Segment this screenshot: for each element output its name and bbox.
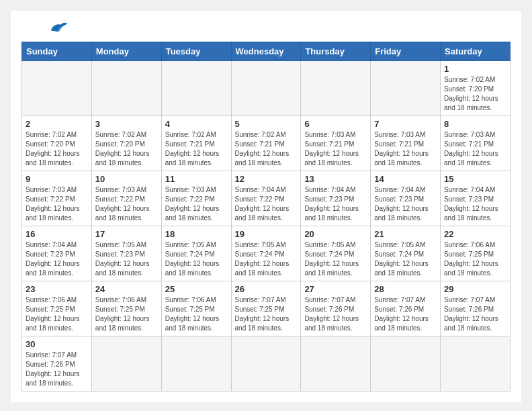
calendar-cell-22: 22Sunrise: 7:06 AMSunset: 7:25 PMDayligh… (441, 226, 511, 281)
day-number: 10 (95, 174, 158, 184)
calendar-cell-empty (441, 336, 511, 392)
day-number: 13 (304, 174, 367, 184)
day-info: Sunrise: 7:04 AMSunset: 7:23 PMDaylight:… (304, 185, 367, 223)
day-number: 20 (304, 229, 367, 239)
day-number: 5 (235, 119, 298, 129)
calendar-cell-18: 18Sunrise: 7:05 AMSunset: 7:24 PMDayligh… (161, 226, 231, 281)
day-info: Sunrise: 7:07 AMSunset: 7:26 PMDaylight:… (444, 295, 506, 333)
calendar-cell-empty (301, 336, 371, 392)
calendar-cell-empty (161, 61, 231, 116)
weekday-header-tuesday: Tuesday (161, 42, 231, 61)
logo-area (21, 21, 69, 35)
day-info: Sunrise: 7:05 AMSunset: 7:24 PMDaylight:… (165, 240, 228, 278)
calendar-cell-empty (371, 336, 441, 392)
day-number: 17 (95, 229, 158, 239)
calendar-cell-19: 19Sunrise: 7:05 AMSunset: 7:24 PMDayligh… (231, 226, 301, 281)
calendar-cell-25: 25Sunrise: 7:06 AMSunset: 7:25 PMDayligh… (161, 281, 231, 336)
calendar-cell-10: 10Sunrise: 7:03 AMSunset: 7:22 PMDayligh… (91, 171, 161, 226)
day-number: 14 (374, 174, 437, 184)
calendar-cell-empty (371, 61, 441, 116)
day-number: 30 (26, 339, 88, 349)
day-number: 21 (374, 229, 437, 239)
day-number: 15 (444, 174, 506, 184)
calendar-week-2: 2Sunrise: 7:02 AMSunset: 7:20 PMDaylight… (22, 116, 511, 171)
calendar-cell-15: 15Sunrise: 7:04 AMSunset: 7:23 PMDayligh… (441, 171, 511, 226)
day-info: Sunrise: 7:03 AMSunset: 7:22 PMDaylight:… (165, 185, 228, 223)
day-info: Sunrise: 7:04 AMSunset: 7:23 PMDaylight:… (26, 240, 88, 278)
calendar-cell-11: 11Sunrise: 7:03 AMSunset: 7:22 PMDayligh… (161, 171, 231, 226)
day-number: 25 (165, 284, 228, 294)
calendar-table: SundayMondayTuesdayWednesdayThursdayFrid… (21, 42, 511, 392)
calendar-cell-21: 21Sunrise: 7:05 AMSunset: 7:24 PMDayligh… (371, 226, 441, 281)
day-number: 24 (95, 284, 158, 294)
day-number: 29 (444, 284, 506, 294)
day-info: Sunrise: 7:04 AMSunset: 7:23 PMDaylight:… (374, 185, 437, 223)
calendar-cell-24: 24Sunrise: 7:06 AMSunset: 7:25 PMDayligh… (91, 281, 161, 336)
day-number: 23 (26, 284, 88, 294)
calendar-cell-12: 12Sunrise: 7:04 AMSunset: 7:22 PMDayligh… (231, 171, 301, 226)
calendar-week-4: 16Sunrise: 7:04 AMSunset: 7:23 PMDayligh… (22, 226, 511, 281)
day-number: 28 (374, 284, 437, 294)
calendar-cell-empty (161, 336, 231, 392)
calendar-cell-4: 4Sunrise: 7:02 AMSunset: 7:21 PMDaylight… (161, 116, 231, 171)
day-number: 12 (235, 174, 298, 184)
day-number: 3 (95, 119, 158, 129)
day-number: 6 (304, 119, 367, 129)
day-info: Sunrise: 7:03 AMSunset: 7:21 PMDaylight:… (374, 130, 437, 168)
calendar-cell-27: 27Sunrise: 7:07 AMSunset: 7:26 PMDayligh… (301, 281, 371, 336)
logo-bird-icon (48, 20, 69, 35)
calendar-cell-empty (231, 336, 301, 392)
day-info: Sunrise: 7:07 AMSunset: 7:26 PMDaylight:… (304, 295, 367, 333)
day-number: 16 (26, 229, 88, 239)
day-number: 8 (444, 119, 506, 129)
day-info: Sunrise: 7:06 AMSunset: 7:25 PMDaylight:… (444, 240, 506, 278)
calendar-week-6: 30Sunrise: 7:07 AMSunset: 7:26 PMDayligh… (22, 336, 511, 392)
day-info: Sunrise: 7:06 AMSunset: 7:25 PMDaylight:… (95, 295, 158, 333)
day-number: 11 (165, 174, 228, 184)
day-info: Sunrise: 7:06 AMSunset: 7:25 PMDaylight:… (26, 295, 88, 333)
calendar-cell-empty (91, 336, 161, 392)
calendar-cell-30: 30Sunrise: 7:07 AMSunset: 7:26 PMDayligh… (22, 336, 92, 392)
day-info: Sunrise: 7:07 AMSunset: 7:26 PMDaylight:… (374, 295, 437, 333)
day-info: Sunrise: 7:03 AMSunset: 7:22 PMDaylight:… (26, 185, 88, 223)
calendar-cell-9: 9Sunrise: 7:03 AMSunset: 7:22 PMDaylight… (22, 171, 92, 226)
day-number: 26 (235, 284, 298, 294)
weekday-header-friday: Friday (371, 42, 441, 61)
day-info: Sunrise: 7:04 AMSunset: 7:23 PMDaylight:… (444, 185, 506, 223)
day-number: 1 (444, 64, 506, 74)
header-area (21, 21, 511, 35)
day-number: 27 (304, 284, 367, 294)
day-info: Sunrise: 7:04 AMSunset: 7:22 PMDaylight:… (235, 185, 298, 223)
calendar-week-5: 23Sunrise: 7:06 AMSunset: 7:25 PMDayligh… (22, 281, 511, 336)
day-info: Sunrise: 7:06 AMSunset: 7:25 PMDaylight:… (165, 295, 228, 333)
weekday-header-wednesday: Wednesday (231, 42, 301, 61)
calendar-cell-empty (301, 61, 371, 116)
calendar-cell-28: 28Sunrise: 7:07 AMSunset: 7:26 PMDayligh… (371, 281, 441, 336)
day-info: Sunrise: 7:02 AMSunset: 7:21 PMDaylight:… (165, 130, 228, 168)
calendar-cell-empty (22, 61, 92, 116)
calendar-cell-empty (91, 61, 161, 116)
day-number: 9 (26, 174, 88, 184)
day-number: 4 (165, 119, 228, 129)
calendar-cell-20: 20Sunrise: 7:05 AMSunset: 7:24 PMDayligh… (301, 226, 371, 281)
calendar-cell-17: 17Sunrise: 7:05 AMSunset: 7:23 PMDayligh… (91, 226, 161, 281)
day-info: Sunrise: 7:05 AMSunset: 7:24 PMDaylight:… (304, 240, 367, 278)
day-info: Sunrise: 7:02 AMSunset: 7:21 PMDaylight:… (235, 130, 298, 168)
calendar-week-1: 1Sunrise: 7:02 AMSunset: 7:20 PMDaylight… (22, 61, 511, 116)
weekday-header-saturday: Saturday (441, 42, 511, 61)
calendar-cell-13: 13Sunrise: 7:04 AMSunset: 7:23 PMDayligh… (301, 171, 371, 226)
day-info: Sunrise: 7:05 AMSunset: 7:24 PMDaylight:… (374, 240, 437, 278)
calendar-cell-29: 29Sunrise: 7:07 AMSunset: 7:26 PMDayligh… (441, 281, 511, 336)
day-info: Sunrise: 7:03 AMSunset: 7:22 PMDaylight:… (95, 185, 158, 223)
day-number: 18 (165, 229, 228, 239)
calendar-week-3: 9Sunrise: 7:03 AMSunset: 7:22 PMDaylight… (22, 171, 511, 226)
calendar-cell-8: 8Sunrise: 7:03 AMSunset: 7:21 PMDaylight… (441, 116, 511, 171)
calendar-cell-14: 14Sunrise: 7:04 AMSunset: 7:23 PMDayligh… (371, 171, 441, 226)
calendar-cell-16: 16Sunrise: 7:04 AMSunset: 7:23 PMDayligh… (22, 226, 92, 281)
page: SundayMondayTuesdayWednesdayThursdayFrid… (11, 11, 521, 402)
calendar-cell-23: 23Sunrise: 7:06 AMSunset: 7:25 PMDayligh… (22, 281, 92, 336)
day-info: Sunrise: 7:02 AMSunset: 7:20 PMDaylight:… (444, 75, 506, 113)
weekday-header-thursday: Thursday (301, 42, 371, 61)
calendar-cell-6: 6Sunrise: 7:03 AMSunset: 7:21 PMDaylight… (301, 116, 371, 171)
calendar-cell-empty (231, 61, 301, 116)
